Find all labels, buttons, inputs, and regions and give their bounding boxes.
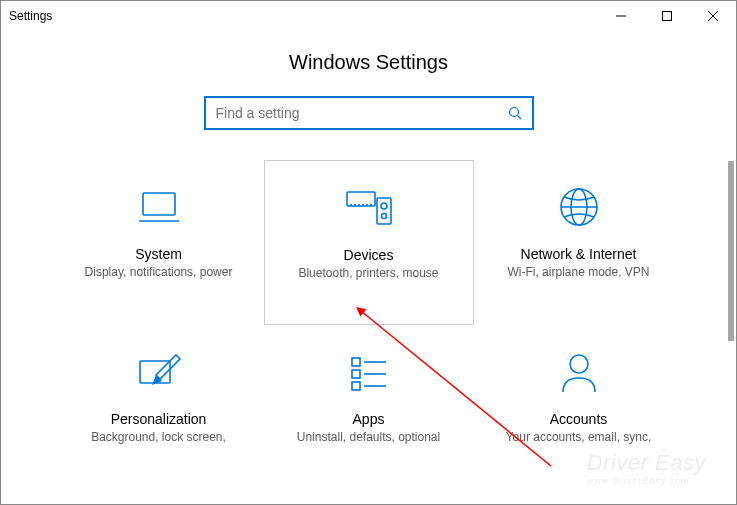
tile-sub: Background, lock screen, [77,430,240,446]
svg-point-28 [570,355,588,373]
watermark-url: www.DriverEasy.com [587,476,706,486]
tile-network[interactable]: Network & Internet Wi-Fi, airplane mode,… [474,160,684,325]
minimize-icon [616,11,626,21]
svg-point-4 [509,108,518,117]
search-icon [508,106,522,120]
tile-sub: Your accounts, email, sync, [492,430,666,446]
page-title: Windows Settings [1,51,736,74]
title-bar: Settings [1,1,736,31]
window-controls [598,1,736,31]
minimize-button[interactable] [598,1,644,31]
tile-apps[interactable]: Apps Uninstall, defaults, optional [264,325,474,455]
tile-title: System [135,246,182,262]
system-icon [135,180,183,234]
accounts-icon [559,345,599,399]
devices-icon [343,181,395,235]
apps-icon [348,345,390,399]
close-icon [708,11,718,21]
svg-rect-24 [352,370,360,378]
watermark-brand: Driver Easy [587,450,706,475]
svg-rect-15 [377,198,391,224]
tile-sub: Wi-Fi, airplane mode, VPN [493,265,663,281]
tile-devices[interactable]: Devices Bluetooth, printers, mouse [264,160,474,325]
tile-sub: Uninstall, defaults, optional [283,430,454,446]
tile-title: Devices [344,247,394,263]
search-input[interactable] [216,105,508,121]
tile-sub: Bluetooth, printers, mouse [284,266,452,282]
svg-rect-6 [143,193,175,215]
tile-system[interactable]: System Display, notifications, power [54,160,264,325]
watermark: Driver Easy www.DriverEasy.com [587,450,706,486]
svg-rect-22 [352,358,360,366]
tile-personalization[interactable]: Personalization Background, lock screen, [54,325,264,455]
close-button[interactable] [690,1,736,31]
svg-point-16 [381,203,387,209]
vertical-scrollbar[interactable] [728,161,734,341]
svg-line-5 [517,116,521,120]
network-icon [557,180,601,234]
search-container [1,96,736,130]
personalization-icon [136,345,182,399]
tile-title: Network & Internet [521,246,637,262]
maximize-button[interactable] [644,1,690,31]
maximize-icon [662,11,672,21]
content-area: Windows Settings System Display, notific… [1,31,736,455]
tile-title: Personalization [111,411,207,427]
window-title: Settings [9,9,52,23]
tile-title: Apps [353,411,385,427]
svg-rect-8 [347,192,375,206]
tile-sub: Display, notifications, power [71,265,247,281]
search-box[interactable] [204,96,534,130]
tile-title: Accounts [550,411,608,427]
tiles-grid: System Display, notifications, power Dev… [1,160,736,455]
svg-rect-26 [352,382,360,390]
tile-accounts[interactable]: Accounts Your accounts, email, sync, [474,325,684,455]
svg-point-17 [381,214,386,219]
svg-rect-1 [663,12,672,21]
